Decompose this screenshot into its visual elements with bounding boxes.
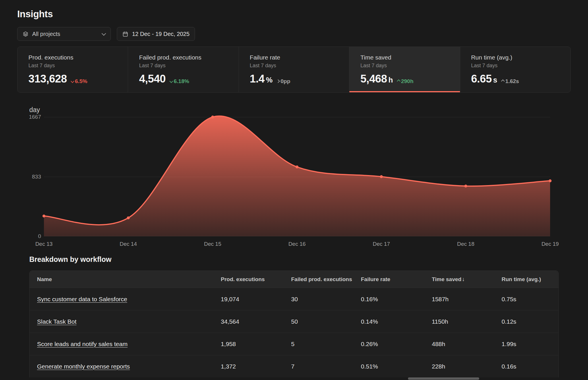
- column-header-failure-rate[interactable]: Failure rate: [361, 276, 432, 283]
- cell-prod-executions: 34,564: [221, 318, 291, 325]
- chart-granularity-label: day: [29, 106, 559, 114]
- kpi-unit: %: [266, 76, 272, 85]
- date-range-label: 12 Dec - 19 Dec, 2025: [132, 31, 189, 37]
- time-saved-area-chart[interactable]: 16678330: [44, 117, 550, 236]
- kpi-title: Failed prod. executions: [139, 54, 238, 61]
- kpi-subtitle: Last 7 days: [360, 63, 460, 69]
- workflow-link[interactable]: Generate monthly expense reports: [37, 363, 130, 370]
- kpi-card-prod-executions[interactable]: Prod. executions Last 7 days 313,628 6.5…: [18, 47, 128, 92]
- cell-prod-executions: 1,372: [221, 363, 291, 370]
- kpi-delta: 1.62s: [502, 78, 519, 85]
- cell-failure-rate: 0.51%: [361, 363, 432, 370]
- kpi-delta: 6.5%: [71, 78, 87, 85]
- column-header-prod-executions[interactable]: Prod. executions: [221, 276, 291, 283]
- breakdown-heading: Breakdown by workflow: [29, 255, 559, 264]
- horizontal-scrollbar-thumb[interactable]: [408, 377, 479, 380]
- kpi-title: Run time (avg.): [471, 54, 570, 61]
- kpi-card-run-time[interactable]: Run time (avg.) Last 7 days 6.65 s 1.62s: [460, 47, 570, 92]
- cell-run-time: 0.75s: [502, 296, 558, 303]
- sort-descending-icon: ↓: [462, 276, 465, 282]
- trend-down-icon: [71, 79, 74, 83]
- kpi-card-time-saved[interactable]: Time saved Last 7 days 5,468 h 290h: [349, 47, 460, 92]
- column-header-run-time[interactable]: Run time (avg.): [502, 276, 558, 283]
- y-axis: 16678330: [24, 117, 44, 236]
- x-axis-label: Dec 13: [35, 241, 53, 247]
- kpi-delta: 6.18%: [170, 78, 189, 85]
- kpi-subtitle: Last 7 days: [471, 63, 570, 69]
- y-axis-label: 0: [38, 233, 41, 239]
- workflow-link[interactable]: Sync customer data to Salesforce: [37, 296, 127, 302]
- x-axis-label: Dec 14: [120, 241, 137, 247]
- kpi-value: 1.4: [250, 73, 264, 85]
- table-header-row: Name Prod. executions Failed prod. execu…: [30, 271, 558, 288]
- trend-up-icon: [397, 79, 401, 83]
- x-axis-label: Dec 17: [373, 241, 390, 247]
- data-point-dot: [380, 175, 383, 178]
- workflow-breakdown-table: Name Prod. executions Failed prod. execu…: [29, 270, 559, 377]
- trend-down-icon: [169, 79, 173, 83]
- kpi-title: Failure rate: [250, 54, 349, 61]
- workflow-link[interactable]: Slack Task Bot: [37, 318, 76, 325]
- column-header-failed-prod-executions[interactable]: Failed prod. executions: [291, 276, 361, 283]
- cell-failed-executions: 5: [291, 341, 361, 348]
- page-title: Insights: [17, 9, 571, 20]
- kpi-unit: h: [388, 76, 393, 85]
- kpi-subtitle: Last 7 days: [139, 63, 238, 69]
- table-row: Score leads and notify sales team 1,958 …: [30, 333, 558, 355]
- cell-prod-executions: 19,074: [221, 296, 291, 303]
- chart-section: day 16678330: [29, 106, 559, 248]
- cell-run-time: 1.99s: [502, 341, 558, 348]
- data-point-dot: [127, 216, 130, 219]
- kpi-subtitle: Last 7 days: [28, 63, 128, 69]
- kpi-title: Time saved: [360, 54, 460, 61]
- kpi-delta: 290h: [397, 78, 413, 85]
- cell-time-saved: 1150h: [432, 318, 502, 325]
- cell-time-saved: 1587h: [432, 296, 502, 303]
- table-row: Sync customer data to Salesforce 19,074 …: [30, 288, 558, 310]
- workflow-link[interactable]: Score leads and notify sales team: [37, 341, 127, 347]
- kpi-card-failed-prod-executions[interactable]: Failed prod. executions Last 7 days 4,54…: [128, 47, 238, 92]
- y-axis-label: 1667: [29, 114, 41, 120]
- x-axis-label: Dec 16: [288, 241, 305, 247]
- x-axis-label: Dec 19: [541, 241, 559, 247]
- data-point-dot: [549, 179, 552, 182]
- cell-run-time: 0.16s: [502, 363, 558, 370]
- trend-flat-icon: [276, 79, 280, 83]
- x-axis-label: Dec 15: [204, 241, 221, 247]
- data-point-dot: [42, 215, 45, 218]
- cell-time-saved: 228h: [432, 363, 502, 370]
- y-axis-label: 833: [32, 174, 41, 180]
- area-chart-svg: [44, 117, 550, 236]
- column-header-time-saved[interactable]: Time saved↓: [432, 276, 502, 283]
- cell-failure-rate: 0.16%: [361, 296, 432, 303]
- kpi-title: Prod. executions: [28, 54, 128, 61]
- data-point-dot: [464, 185, 467, 187]
- kpi-value: 6.65: [471, 73, 492, 85]
- table-row: Slack Task Bot 34,564 50 0.14% 1150h 0.1…: [30, 310, 558, 333]
- layers-icon: [23, 31, 28, 37]
- date-range-picker[interactable]: 12 Dec - 19 Dec, 2025: [117, 27, 195, 41]
- kpi-cards: Prod. executions Last 7 days 313,628 6.5…: [17, 47, 571, 93]
- table-row: Generate monthly expense reports 1,372 7…: [30, 355, 558, 377]
- x-axis: Dec 13Dec 14Dec 15Dec 16Dec 17Dec 18Dec …: [44, 241, 550, 248]
- insights-page: Insights All projects 12 Dec - 19 Dec, 2…: [0, 0, 588, 377]
- filters-bar: All projects 12 Dec - 19 Dec, 2025: [17, 27, 571, 41]
- data-point-dot: [211, 116, 214, 118]
- trend-up-icon: [501, 79, 505, 83]
- kpi-card-failure-rate[interactable]: Failure rate Last 7 days 1.4 % 0pp: [239, 47, 349, 92]
- project-filter-dropdown[interactable]: All projects: [17, 27, 111, 41]
- cell-failed-executions: 30: [291, 296, 361, 303]
- project-filter-label: All projects: [32, 31, 98, 37]
- cell-failure-rate: 0.14%: [361, 318, 432, 325]
- cell-failure-rate: 0.26%: [361, 341, 432, 348]
- kpi-delta: 0pp: [277, 78, 290, 85]
- column-header-name[interactable]: Name: [30, 276, 221, 283]
- chevron-down-icon: [102, 31, 106, 36]
- data-point-dot: [296, 166, 299, 168]
- cell-time-saved: 488h: [432, 341, 502, 348]
- cell-run-time: 0.12s: [502, 318, 558, 325]
- kpi-value: 313,628: [28, 73, 67, 85]
- x-axis-label: Dec 18: [457, 241, 474, 247]
- kpi-value: 4,540: [139, 73, 166, 85]
- kpi-unit: s: [493, 76, 497, 85]
